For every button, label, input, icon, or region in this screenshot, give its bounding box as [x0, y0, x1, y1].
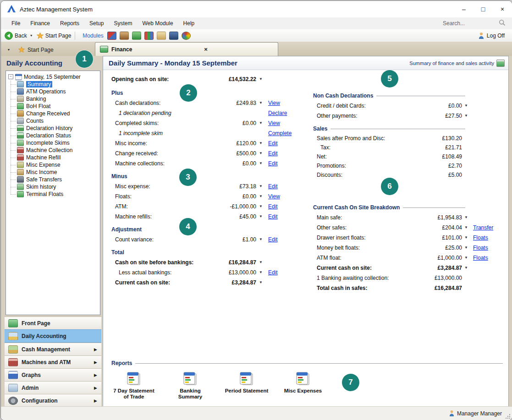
dropdown-arrow-icon[interactable]: ▼: [256, 118, 265, 128]
edit-link[interactable]: Edit: [265, 148, 307, 158]
nav-machines-and-atm[interactable]: Machines and ATM▶: [5, 355, 101, 368]
resize-grip[interactable]: [506, 414, 511, 419]
palette-icon[interactable]: [182, 32, 191, 40]
tree-item-declaration-status[interactable]: Declaration Status: [11, 132, 100, 139]
report-7-day-statement[interactable]: 7 Day Statement of Trade: [111, 371, 156, 400]
dropdown-arrow-icon[interactable]: ▼: [462, 263, 470, 273]
tab-finance[interactable]: Finance ×: [95, 42, 278, 56]
nav-graphs[interactable]: Graphs▶: [5, 368, 101, 381]
dropdown-arrow-icon[interactable]: ▼: [462, 233, 470, 243]
tree-item-summary[interactable]: Summary: [11, 81, 100, 88]
tree-item-counts[interactable]: Counts: [11, 117, 100, 125]
dropdown-arrow-icon[interactable]: ▼: [462, 101, 470, 111]
transfer-link[interactable]: Transfer: [470, 223, 506, 233]
tree-item-machine-refill[interactable]: Machine Refill: [11, 154, 100, 161]
dropdown-arrow-icon[interactable]: ▼: [256, 138, 265, 148]
tree-item-machine-collection[interactable]: Machine Collection: [11, 147, 100, 154]
tab-close-icon[interactable]: ×: [204, 46, 208, 53]
register-clock-icon[interactable]: [107, 32, 116, 40]
dropdown-arrow-icon[interactable]: ▼: [256, 212, 265, 222]
cash-icon[interactable]: [132, 32, 141, 40]
binders-icon[interactable]: [144, 32, 154, 40]
nav-admin[interactable]: Admin▶: [5, 381, 101, 394]
tree-item-boh-float[interactable]: BoH Float: [11, 103, 100, 110]
dropdown-arrow-icon[interactable]: ▼: [256, 148, 265, 158]
dropdown-arrow-icon[interactable]: ▼: [462, 243, 470, 253]
report-banking-summary[interactable]: Banking Summary: [168, 371, 213, 400]
menu-file[interactable]: File: [6, 17, 25, 29]
scroll-icon[interactable]: [157, 32, 166, 40]
tree-item-safe-transfers[interactable]: Safe Transfers: [11, 176, 100, 183]
back-dropdown-caret[interactable]: ▼: [30, 34, 33, 37]
tree-item-declaration-history[interactable]: Declaration History: [11, 125, 100, 132]
floats-link[interactable]: Floats: [470, 243, 506, 253]
view-link[interactable]: View: [265, 191, 307, 202]
dropdown-arrow-icon[interactable]: ▼: [256, 257, 265, 267]
dropdown-arrow-icon[interactable]: ▼: [462, 213, 470, 223]
tree-item-misc-expense[interactable]: Misc Expense: [11, 161, 100, 169]
edit-link[interactable]: Edit: [265, 235, 307, 245]
tree-root-node[interactable]: − Monday, 15 September: [6, 73, 100, 81]
dropdown-arrow-icon[interactable]: ▼: [462, 111, 470, 121]
dropdown-arrow-icon[interactable]: ▼: [256, 235, 265, 245]
tree-item-change-received[interactable]: Change Received: [11, 110, 100, 117]
edit-link[interactable]: Edit: [265, 158, 307, 169]
dropdown-arrow-icon[interactable]: ▼: [462, 253, 470, 263]
floats-link[interactable]: Floats: [470, 233, 506, 243]
close-button[interactable]: ×: [493, 1, 512, 17]
start-page-button[interactable]: Start Page: [37, 33, 72, 39]
tree-item-terminal-floats[interactable]: Terminal Floats: [11, 191, 100, 198]
search-input[interactable]: [442, 20, 499, 27]
dropdown-arrow-icon[interactable]: ▼: [256, 181, 265, 191]
edit-link[interactable]: Edit: [265, 138, 307, 148]
tree-item-incomplete-skims[interactable]: Incomplete Skims: [11, 139, 100, 147]
dropdown-arrow-icon[interactable]: ▼: [462, 223, 470, 233]
tree-item-banking[interactable]: Banking: [11, 95, 100, 103]
complete-link[interactable]: Complete: [265, 128, 307, 138]
menu-system[interactable]: System: [109, 17, 137, 29]
menu-setup[interactable]: Setup: [84, 17, 109, 29]
report-period-statement[interactable]: Period Statement: [224, 371, 269, 400]
search-icon[interactable]: [499, 19, 506, 27]
tree-item-atm-operations[interactable]: ATM Operations: [11, 88, 100, 95]
view-link[interactable]: View: [265, 98, 307, 108]
declare-link[interactable]: Declare: [265, 108, 307, 118]
floats-link[interactable]: Floats: [470, 253, 506, 263]
submenu-arrow-icon: ▶: [94, 386, 97, 390]
nav-cash-management[interactable]: Cash Management▶: [5, 343, 101, 355]
edit-link[interactable]: Edit: [265, 202, 307, 212]
edit-link[interactable]: Edit: [265, 267, 307, 278]
nav-front-page[interactable]: Front Page: [5, 316, 101, 329]
staff-icon[interactable]: [169, 32, 178, 40]
clipboard-box-icon[interactable]: [120, 32, 129, 40]
modules-button[interactable]: Modules: [83, 33, 103, 39]
maximize-button[interactable]: □: [473, 1, 493, 17]
nav-daily-accounting[interactable]: Daily Accounting: [5, 329, 101, 343]
menu-help[interactable]: Help: [178, 17, 200, 29]
dropdown-arrow-icon[interactable]: ▼: [256, 202, 265, 212]
tree-collapse-icon[interactable]: −: [8, 74, 13, 79]
menu-web-module[interactable]: Web Module: [137, 17, 178, 29]
edit-link[interactable]: Edit: [265, 212, 307, 222]
minimize-button[interactable]: –: [454, 1, 473, 17]
money-icon: [17, 140, 24, 146]
cash-icon: [17, 103, 24, 109]
menu-reports[interactable]: Reports: [55, 17, 84, 29]
edit-link[interactable]: Edit: [265, 181, 307, 191]
report-misc-expenses[interactable]: Misc Expenses: [281, 371, 325, 400]
menu-finance[interactable]: Finance: [25, 17, 55, 29]
view-link[interactable]: View: [265, 118, 307, 128]
dropdown-arrow-icon[interactable]: ▼: [256, 267, 265, 278]
back-button[interactable]: Back ▼: [5, 32, 33, 40]
dropdown-arrow-icon[interactable]: ▼: [256, 98, 265, 108]
dropdown-arrow-icon[interactable]: ▼: [256, 74, 265, 84]
tab-list-dropdown[interactable]: ▼: [4, 44, 14, 55]
log-off-button[interactable]: Log Off: [478, 32, 505, 39]
dropdown-arrow-icon[interactable]: ▼: [256, 278, 265, 288]
nav-configuration[interactable]: Configuration▶: [5, 394, 101, 407]
dropdown-arrow-icon[interactable]: ▼: [256, 158, 265, 169]
tree-item-skim-history[interactable]: Skim history: [11, 183, 100, 191]
dropdown-arrow-icon[interactable]: ▼: [256, 191, 265, 202]
cash-summary-column: Opening cash on site: £14,532.22 ▼ Plus …: [111, 74, 307, 288]
tree-item-misc-income[interactable]: Misc Income: [11, 169, 100, 176]
